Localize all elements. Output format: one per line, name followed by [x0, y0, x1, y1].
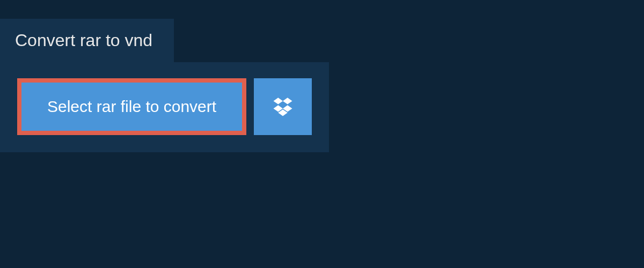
dropbox-icon	[272, 95, 294, 119]
page-title: Convert rar to vnd	[15, 31, 152, 50]
upload-panel: Select rar file to convert	[0, 62, 329, 152]
dropbox-button[interactable]	[254, 78, 312, 135]
select-file-button[interactable]: Select rar file to convert	[17, 78, 246, 135]
tab-header: Convert rar to vnd	[0, 19, 174, 62]
